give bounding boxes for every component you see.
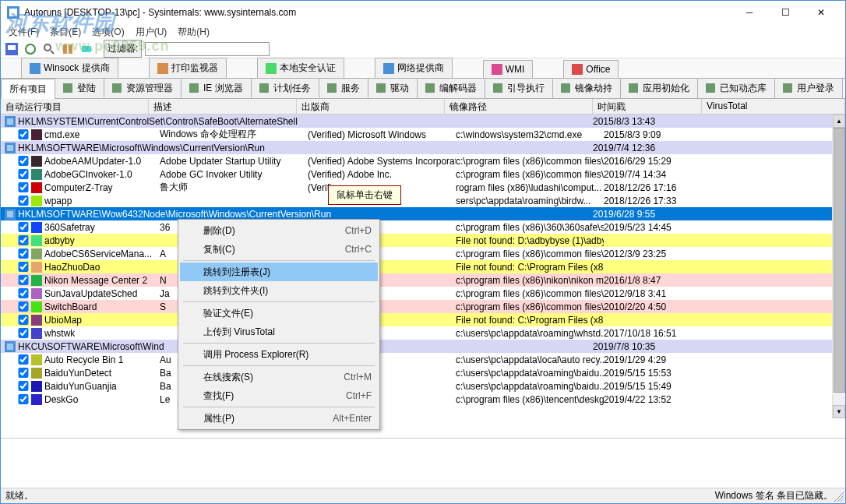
tab-引导执行[interactable]: 引导执行	[485, 78, 553, 98]
menuitem-验证文件(E)[interactable]: 验证文件(E)	[180, 304, 378, 322]
tab-服务[interactable]: 服务	[319, 78, 368, 98]
entry-checkbox[interactable]	[18, 381, 29, 391]
svg-rect-49	[7, 344, 13, 350]
entry-checkbox[interactable]	[18, 315, 29, 325]
entry-row[interactable]: BaiduYunDetectBaNetcom Scien...c:\users\…	[1, 366, 845, 379]
entry-row[interactable]: DeskGoLenology(Shenz...c:\program files …	[1, 393, 845, 406]
entry-checkbox[interactable]	[18, 248, 29, 259]
maximize-button[interactable]: ☐	[767, 1, 803, 24]
menuitem-复制(C)[interactable]: 复制(C)Ctrl+C	[180, 240, 378, 259]
entry-checkbox[interactable]	[18, 394, 29, 404]
scroll-thumb-v[interactable]	[834, 128, 845, 393]
entry-checkbox[interactable]	[18, 262, 29, 272]
entry-checkbox[interactable]	[18, 196, 29, 206]
tab-已知动态库[interactable]: 已知动态库	[697, 78, 775, 98]
menuitem-在线搜索(S)[interactable]: 在线搜索(S)Ctrl+M	[180, 368, 378, 386]
header-timestamp[interactable]: 时间戳	[593, 99, 702, 114]
entry-row[interactable]: AdobeGCInvoker-1.0Adobe GC Invoker Utili…	[1, 167, 845, 181]
header-virustotal[interactable]: VirusTotal	[702, 99, 845, 114]
menu-options[interactable]: 选项(O)	[87, 24, 129, 41]
header-publisher[interactable]: 出版商	[297, 99, 445, 114]
tab-登陆[interactable]: 登陆	[55, 78, 104, 98]
tab-打印监视器[interactable]: 打印监视器	[149, 58, 227, 78]
header-entry[interactable]: 自动运行项目	[1, 99, 149, 114]
entry-checkbox[interactable]	[18, 288, 29, 298]
entry-checkbox[interactable]	[18, 156, 29, 166]
menu-user[interactable]: 用户(U)	[131, 24, 172, 41]
scroll-down-button[interactable]: ▼	[833, 405, 845, 418]
tab-icon	[189, 83, 200, 94]
tab-应用初始化[interactable]: 应用初始化	[620, 78, 698, 98]
context-menu[interactable]: 删除(D)Ctrl+D复制(C)Ctrl+C跳转到注册表(J)跳转到文件夹(I)…	[178, 219, 380, 430]
registry-key-row[interactable]: HKLM\SOFTWARE\Microsoft\Windows\CurrentV…	[1, 141, 845, 154]
entry-row[interactable]: Nikon Message Center 2Nrporationc:\progr…	[1, 273, 845, 287]
tab-用户登录[interactable]: 用户登录	[774, 78, 843, 98]
entry-checkbox[interactable]	[18, 169, 29, 179]
entry-row[interactable]: wpappsers\pc\appdata\roaming\birdw...201…	[1, 194, 845, 207]
tab-所有项目[interactable]: 所有项目	[1, 79, 55, 99]
registry-key-row[interactable]: HKLM\SYSTEM\CurrentControlSet\Control\Sa…	[1, 115, 845, 128]
entry-row[interactable]: SwitchBoardSystems Incorpo...c:\program …	[1, 300, 845, 313]
entry-row[interactable]: whstwkc:\users\pc\appdata\roaming\whstd.…	[1, 326, 845, 340]
entry-checkbox[interactable]	[18, 275, 29, 285]
menu-help[interactable]: 帮助(H)	[173, 24, 214, 41]
tab-网络提供商[interactable]: 网络提供商	[375, 58, 453, 78]
menu-entry[interactable]: 条目(E)	[45, 24, 86, 41]
menuitem-上传到 VirusTotal[interactable]: 上传到 VirusTotal	[180, 322, 378, 341]
entry-row[interactable]: HaoZhuoDaoFile not found: C:\Program Fil…	[1, 260, 845, 273]
entry-checkbox[interactable]	[18, 222, 29, 232]
entry-row[interactable]: UbioMapFile not found: C:\Program Files …	[1, 313, 845, 326]
entry-checkbox[interactable]	[18, 354, 29, 365]
svg-line-55	[837, 495, 844, 502]
tab-WMI[interactable]: WMI	[483, 60, 534, 78]
entry-row[interactable]: BaiduYunGuanjiaBaNetcom Scien...c:\users…	[1, 379, 845, 393]
tab-驱动[interactable]: 驱动	[368, 78, 418, 98]
entry-name: whstwk	[44, 328, 160, 339]
registry-key-row[interactable]: HKCU\SOFTWARE\Microsoft\Wind2019/7/8 10:…	[1, 340, 845, 353]
registry-key-row[interactable]: HKLM\SOFTWARE\Wow6432Node\Microsoft\Wind…	[1, 207, 845, 220]
entry-checkbox[interactable]	[18, 301, 29, 312]
find-icon[interactable]	[41, 41, 57, 57]
tab-编解码器[interactable]: 编解码器	[417, 78, 485, 98]
entry-row[interactable]: adbybyFile not found: D:\adbybyse (1)\ad…	[1, 234, 845, 247]
menuitem-属性(P)[interactable]: 属性(P)Alt+Enter	[180, 409, 378, 428]
entry-list[interactable]: HKLM\SYSTEM\CurrentControlSet\Control\Sa…	[1, 115, 845, 418]
close-button[interactable]: ✕	[803, 1, 839, 24]
tab-本地安全认证[interactable]: 本地安全认证	[257, 58, 344, 78]
entry-checkbox[interactable]	[18, 235, 29, 245]
tab-资源管理器[interactable]: 资源管理器	[104, 78, 182, 98]
entry-checkbox[interactable]	[18, 182, 29, 192]
tab-Office[interactable]: Office	[563, 60, 619, 78]
minimize-button[interactable]: ─	[731, 1, 767, 24]
resize-grip[interactable]	[834, 492, 844, 502]
entry-row[interactable]: cmd.exeWindows 命令处理程序(Verified) Microsof…	[1, 128, 845, 141]
menuitem-跳转到文件夹(I)[interactable]: 跳转到文件夹(I)	[180, 281, 378, 300]
menuitem-查找(F)[interactable]: 查找(F)Ctrl+F	[180, 386, 378, 405]
jump-icon[interactable]	[79, 41, 94, 57]
save-icon[interactable]	[4, 41, 19, 57]
menu-file[interactable]: 文件(F)	[4, 24, 44, 41]
entry-row[interactable]: 360Safetray36Technology Co...c:\program …	[1, 220, 845, 234]
entry-row[interactable]: AdobeAAMUpdater-1.0Adobe Updater Startup…	[1, 154, 845, 167]
entry-row[interactable]: SunJavaUpdateSchedJatems, Inc.c:\program…	[1, 287, 845, 300]
tab-Winsock 提供商[interactable]: Winsock 提供商	[21, 58, 118, 78]
entry-row[interactable]: AdobeCS6ServiceMana...Ams Incorporatedc:…	[1, 247, 845, 260]
entry-row[interactable]: ComputerZ-Tray鲁大师(Verifirogram files (x8…	[1, 181, 845, 194]
menuitem-删除(D)[interactable]: 删除(D)Ctrl+D	[180, 221, 378, 240]
tab-IE 浏览器[interactable]: IE 浏览器	[181, 78, 252, 98]
vertical-scrollbar[interactable]: ▲ ▼	[832, 115, 845, 418]
tab-计划任务[interactable]: 计划任务	[251, 78, 319, 98]
entry-row[interactable]: Auto Recycle Bin 1Auc:\users\pc\appdata\…	[1, 353, 845, 366]
filter-input[interactable]	[145, 42, 270, 56]
compare-icon[interactable]	[60, 41, 76, 57]
scroll-up-button[interactable]: ▲	[833, 115, 845, 128]
header-imagepath[interactable]: 镜像路径	[445, 99, 593, 114]
menuitem-调用 Process Explorer(R)[interactable]: 调用 Process Explorer(R)	[180, 345, 378, 364]
menuitem-跳转到注册表(J)[interactable]: 跳转到注册表(J)	[180, 263, 378, 281]
entry-checkbox[interactable]	[18, 129, 29, 139]
entry-checkbox[interactable]	[18, 328, 29, 338]
refresh-icon[interactable]	[23, 41, 38, 57]
entry-checkbox[interactable]	[18, 368, 29, 378]
tab-镜像劫持[interactable]: 镜像劫持	[552, 78, 621, 98]
header-description[interactable]: 描述	[149, 99, 297, 114]
